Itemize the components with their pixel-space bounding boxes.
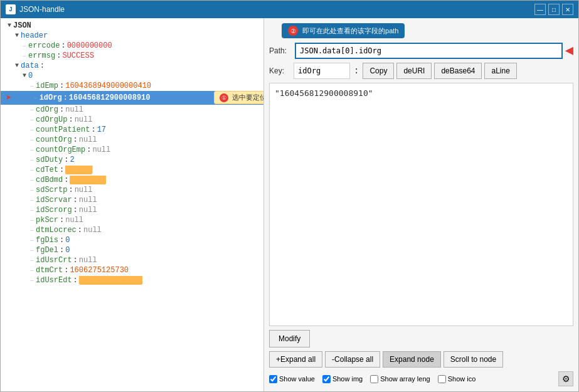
scroll-to-node-button[interactable]: Scroll to node bbox=[444, 351, 503, 368]
path-input[interactable] bbox=[295, 43, 563, 59]
key-row: Key: : Copy deURI deBase64 aLine bbox=[269, 63, 573, 79]
countOrg-expander bbox=[28, 136, 36, 144]
data0-expander[interactable] bbox=[21, 72, 28, 80]
idScrvar-key: idScrvar bbox=[36, 196, 72, 204]
cdBdmd-value: ████████ bbox=[70, 176, 106, 184]
tree-node-idOrg[interactable]: ➤ idOrg : 160456812900008910 ① 选中要定位的字段 bbox=[1, 91, 263, 105]
fgDel-expander bbox=[28, 246, 36, 254]
idUsrCrt-value: null bbox=[79, 256, 97, 265]
tree-node-data-0[interactable]: 0 bbox=[1, 71, 263, 81]
idEmp-value: 1604368949000000410 bbox=[65, 82, 151, 90]
countPatient-expander bbox=[28, 126, 36, 134]
show-ico-checkbox[interactable]: Show ico bbox=[438, 375, 476, 383]
cdTet-value: ██████ bbox=[65, 166, 92, 174]
tree-node-sdDuty[interactable]: sdDuty : 2 bbox=[1, 155, 263, 165]
aline-button[interactable]: aLine bbox=[484, 63, 516, 79]
cdTet-key: cdTet bbox=[36, 166, 58, 174]
sdDuty-value: 2 bbox=[70, 156, 74, 164]
errcode-expander bbox=[21, 42, 28, 50]
tree-node-dtmLocrec[interactable]: dtmLocrec : null bbox=[1, 225, 263, 235]
errmsg-key: errmsg bbox=[28, 51, 55, 60]
app-icon: J bbox=[6, 4, 16, 14]
tree-node-idUsrCrt[interactable]: idUsrCrt : null bbox=[1, 255, 263, 265]
sdScrtp-expander bbox=[28, 186, 36, 194]
tree-node-header[interactable]: header bbox=[1, 31, 263, 41]
tree-node-fgDis[interactable]: fgDis : 0 bbox=[1, 235, 263, 245]
dtmLocrec-key: dtmLocrec bbox=[36, 226, 77, 235]
countOrg-value: null bbox=[79, 135, 97, 144]
countPatient-value: 17 bbox=[97, 125, 106, 134]
data-key: data bbox=[21, 61, 39, 70]
countPatient-key: countPatient bbox=[36, 125, 90, 134]
errmsg-expander bbox=[21, 52, 28, 60]
countOrgEmp-key: countOrgEmp bbox=[36, 146, 85, 154]
cdBdmd-expander bbox=[28, 176, 36, 184]
errcode-value: 0000000000 bbox=[67, 41, 112, 50]
cdTet-expander bbox=[28, 166, 36, 174]
tree-node-countOrgEmp[interactable]: countOrgEmp : null bbox=[1, 145, 263, 155]
countOrgEmp-value: null bbox=[92, 146, 110, 154]
copy-button[interactable]: Copy bbox=[363, 63, 394, 79]
idUsrCrt-expander bbox=[28, 257, 36, 264]
countOrg-key: countOrg bbox=[36, 135, 72, 144]
cdOrg-value: null bbox=[65, 105, 83, 114]
tree-node-errcode[interactable]: errcode : 0000000000 bbox=[1, 41, 263, 51]
path-row: Path: ◀ bbox=[269, 42, 573, 59]
data-expander[interactable] bbox=[13, 62, 21, 70]
show-array-leng-checkbox[interactable]: Show array leng bbox=[370, 375, 430, 383]
annotation-1: ① 选中要定位的字段 bbox=[214, 91, 264, 104]
tree-node-idEmp[interactable]: idEmp : 1604368949000000410 bbox=[1, 81, 263, 91]
fgDel-key: fgDel bbox=[36, 246, 58, 255]
key-input[interactable] bbox=[294, 63, 350, 79]
collapse-all-button[interactable]: -Collapse all bbox=[325, 351, 380, 368]
sdScrtp-value: null bbox=[75, 186, 93, 194]
expand-node-button[interactable]: Expand node bbox=[383, 351, 441, 368]
value-display: "160456812900008910" bbox=[269, 83, 573, 326]
fgDis-value: 0 bbox=[65, 236, 70, 245]
close-button[interactable]: ✕ bbox=[562, 4, 573, 15]
tree-node-idUsrEdt[interactable]: idUsrEdt : ██████████████ bbox=[1, 275, 263, 285]
root-label: JSON bbox=[13, 21, 31, 30]
tree-node-pkScr[interactable]: pkScr : null bbox=[1, 215, 263, 225]
modify-button[interactable]: Modify bbox=[269, 330, 310, 347]
expand-all-button[interactable]: +Expand all bbox=[269, 351, 322, 368]
title-bar: J JSON-handle — □ ✕ bbox=[1, 1, 578, 18]
sdDuty-expander bbox=[28, 156, 36, 164]
content-area: JSON header errcode : 0000000000 bbox=[1, 18, 578, 391]
dtmCrt-value: 1606275125730 bbox=[70, 266, 129, 275]
window-controls: — □ ✕ bbox=[534, 4, 573, 15]
deuri-button[interactable]: deURI bbox=[396, 63, 432, 79]
fgDis-key: fgDis bbox=[36, 236, 58, 245]
tree-node-data[interactable]: data : bbox=[1, 61, 263, 71]
bottom-toolbar: +Expand all -Collapse all Expand node Sc… bbox=[269, 351, 573, 368]
tree-node-countOrg[interactable]: countOrg : null bbox=[1, 135, 263, 145]
maximize-button[interactable]: □ bbox=[548, 4, 560, 15]
tree-node-cdOrgUp[interactable]: cdOrgUp : null bbox=[1, 115, 263, 125]
settings-gear-button[interactable]: ⚙ bbox=[558, 371, 573, 386]
tree-root[interactable]: JSON bbox=[1, 21, 263, 31]
cdOrg-expander bbox=[28, 106, 36, 114]
root-expander[interactable] bbox=[6, 22, 13, 29]
minimize-button[interactable]: — bbox=[534, 4, 546, 15]
dtmCrt-expander bbox=[28, 267, 36, 274]
show-value-checkbox[interactable]: Show value bbox=[269, 375, 315, 383]
errcode-key: errcode bbox=[28, 41, 60, 50]
fgDis-expander bbox=[28, 236, 36, 244]
cdOrgUp-value: null bbox=[75, 115, 93, 124]
tree-node-fgDel[interactable]: fgDel : 0 bbox=[1, 245, 263, 255]
debase64-button[interactable]: deBase64 bbox=[434, 63, 482, 79]
tree-node-cdOrg[interactable]: cdOrg : null bbox=[1, 105, 263, 115]
path-arrow-icon: ◀ bbox=[565, 42, 573, 59]
show-img-checkbox[interactable]: Show img bbox=[322, 375, 363, 383]
tree-node-cdTet[interactable]: cdTet : ██████ bbox=[1, 165, 263, 175]
tree-node-dtmCrt[interactable]: dtmCrt : 1606275125730 bbox=[1, 265, 263, 275]
tree-node-cdBdmd[interactable]: cdBdmd : ████████ bbox=[1, 175, 263, 185]
tree-node-idScrorg[interactable]: idScrorg : null bbox=[1, 205, 263, 215]
header-expander[interactable] bbox=[13, 32, 21, 40]
title-bar-left: J JSON-handle bbox=[6, 4, 65, 14]
tree-node-countPatient[interactable]: countPatient : 17 bbox=[1, 125, 263, 135]
tree-node-errmsg[interactable]: errmsg : SUCCESS bbox=[1, 51, 263, 61]
tree-node-sdScrtp[interactable]: sdScrtp : null bbox=[1, 185, 263, 195]
tree-node-idScrvar[interactable]: idScrvar : null bbox=[1, 195, 263, 205]
idEmp-expander bbox=[28, 82, 36, 90]
